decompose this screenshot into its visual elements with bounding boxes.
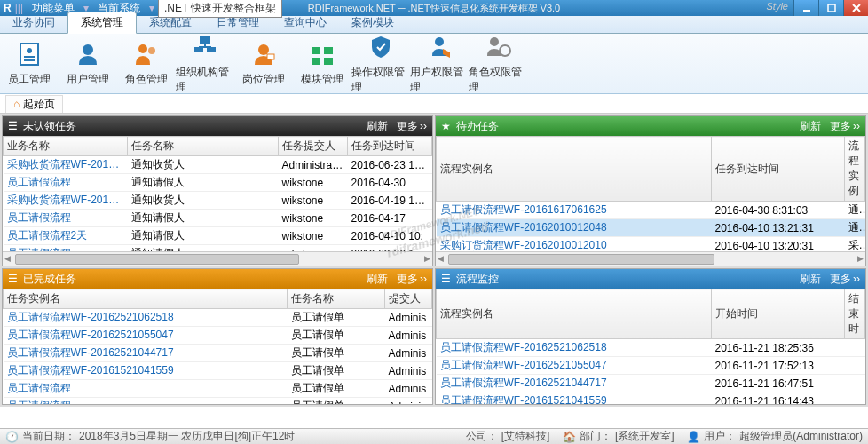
column-header[interactable]: 任务名称 (288, 289, 385, 309)
svg-rect-19 (324, 47, 333, 54)
table-row[interactable]: 采购订货流程WF-201620100120102016-04-10 13:20:… (437, 237, 865, 252)
ribbon-icon (425, 33, 454, 61)
table-cell: Adminis (385, 362, 432, 380)
table-cell: wikstone (279, 245, 348, 252)
ribbon-label: 角色权限管理 (469, 65, 527, 95)
svg-rect-1 (828, 4, 835, 12)
svg-rect-18 (312, 47, 320, 54)
table-row[interactable]: 员工请假流程员工请假单Adminis (4, 398, 432, 405)
user-icon: 👤 (687, 431, 700, 443)
ribbon-角色管理[interactable]: 角色管理 (117, 34, 176, 93)
table-cell: 通知请假人 (845, 219, 865, 237)
column-header[interactable]: 任务到达时间 (712, 137, 845, 202)
table-row[interactable]: 员工请假流程WF-20162521044717员工请假单Adminis (4, 345, 432, 362)
refresh-link[interactable]: 刷新 (800, 119, 821, 134)
horizontal-scrollbar[interactable] (436, 251, 865, 266)
column-header[interactable]: 开始时间 (712, 289, 845, 339)
table-cell: 通知请假人 (128, 210, 279, 227)
panel-completed-tasks: ☰已完成任务 刷新更多›› 任务实例名任务名称提交人员工请假流程WF-20162… (2, 268, 433, 405)
table-row[interactable]: 员工请假流程WF-201620100120482016-04-10 13:21:… (437, 219, 865, 237)
chevron-right-icon: ›› (853, 120, 860, 132)
date-value: 2018年3月5日星期一 农历戊申日[狗]正午12时 (79, 429, 295, 444)
column-header[interactable]: 任务名称 (128, 137, 279, 156)
column-header[interactable]: 流程实例名 (437, 137, 712, 202)
table-row[interactable]: 采购收货流程WF-20161910…通知收货人wikstone2016-04-1… (4, 192, 432, 210)
list-icon: ☰ (8, 120, 18, 132)
ribbon-用户管理[interactable]: 用户管理 (59, 34, 117, 93)
tab-start-page[interactable]: ⌂ 起始页 (5, 95, 63, 113)
table-row[interactable]: 员工请假流程WF-201615210415592016-11-21 16:14:… (437, 392, 865, 405)
ribbon-icon (308, 40, 336, 68)
svg-point-10 (148, 47, 155, 54)
ribbon-操作权限管理[interactable]: 操作权限管理 (351, 34, 410, 93)
table-cell: wikstone (279, 174, 348, 192)
column-header[interactable]: 任务提交人 (279, 137, 348, 156)
list-icon: ☰ (8, 273, 18, 285)
table-row[interactable]: 员工请假流程员工请假单Adminis (4, 380, 432, 398)
ribbon-角色权限管理[interactable]: 角色权限管理 (469, 34, 527, 93)
ribbon-icon (74, 40, 102, 68)
column-header[interactable]: 流程实例名 (437, 289, 712, 339)
table-row[interactable]: 采购收货流程WF-20162010…通知收货人Administra…2016-0… (4, 156, 432, 174)
table-cell: 员工请假流程WF-20162010012048 (437, 219, 712, 237)
table-cell: 2016-11-21 18:25:36 (712, 339, 845, 357)
ribbon-icon (249, 40, 278, 68)
table-cell: 员工请假单 (288, 398, 385, 405)
ribbon-模块管理[interactable]: 模块管理 (293, 34, 351, 93)
table-cell: 员工请假单 (288, 327, 385, 345)
table-row[interactable]: 员工请假流程通知请假人wikstone2016-04-30 (4, 174, 432, 192)
more-link[interactable]: 更多›› (830, 119, 860, 134)
system-select[interactable]: .NET 快速开发整合框架 (158, 0, 282, 18)
svg-rect-4 (20, 44, 38, 65)
company-label: 公司： (466, 429, 498, 444)
svg-rect-7 (24, 59, 35, 61)
table-row[interactable]: 员工请假流程WF-201625210447172016-11-21 16:47:… (437, 375, 865, 392)
close-button[interactable] (843, 0, 868, 16)
refresh-link[interactable]: 刷新 (367, 272, 388, 287)
table-row[interactable]: 员工请假流程通知请假人wikstone2016-04-17 (4, 210, 432, 227)
table-row[interactable]: 员工请假流程2天通知请假人wikstone2016-04-10 10: (4, 227, 432, 245)
chevron-right-icon: ›› (420, 273, 427, 285)
ribbon-label: 用户管理 (67, 72, 109, 87)
svg-rect-6 (24, 56, 35, 58)
ribbon-员工管理[interactable]: 员工管理 (0, 34, 59, 93)
column-header[interactable]: 流程实例 (845, 137, 865, 202)
ribbon-组织机构管理[interactable]: 组织机构管理 (176, 34, 234, 93)
table-cell: 采购订货流程WF-20162010012010 (437, 237, 712, 252)
ribbon-岗位管理[interactable]: 岗位管理 (234, 34, 293, 93)
maximize-button[interactable] (818, 0, 843, 16)
table-cell: 2016-04-10 10: (348, 227, 432, 245)
horizontal-scrollbar[interactable] (3, 251, 432, 266)
panel-process-monitor: ☰流程监控 刷新更多›› 流程实例名开始时间结束时员工请假流程WF-201625… (435, 268, 866, 405)
column-header[interactable]: 业务名称 (4, 137, 128, 156)
home-icon: ⌂ (13, 98, 20, 110)
more-link[interactable]: 更多›› (397, 272, 427, 287)
column-header[interactable]: 任务实例名 (4, 289, 288, 309)
table-row[interactable]: 员工请假流程WF-201616170616252016-04-30 8:31:0… (437, 202, 865, 219)
more-link[interactable]: 更多›› (830, 272, 860, 287)
refresh-link[interactable]: 刷新 (367, 119, 388, 134)
main-tab[interactable]: 系统管理 (67, 12, 137, 34)
ribbon-icon (132, 40, 161, 68)
table-cell: 员工请假流程WF-20161617061625 (437, 202, 712, 219)
style-button[interactable]: Style (767, 1, 788, 12)
more-link[interactable]: 更多›› (397, 119, 427, 134)
table-row[interactable]: 员工请假流程WF-201625210625182016-11-21 18:25:… (437, 339, 865, 357)
table-row[interactable]: 员工请假流程WF-201625210550472016-11-21 17:52:… (437, 357, 865, 375)
refresh-link[interactable]: 刷新 (800, 272, 821, 287)
ribbon-icon (484, 33, 512, 61)
table-cell: 员工请假流程WF-20162521044717 (437, 375, 712, 392)
column-header[interactable]: 任务到达时间 (348, 137, 432, 156)
minimize-button[interactable] (793, 0, 818, 16)
table-cell: 通知收货人 (128, 156, 279, 174)
column-header[interactable]: 提交人 (385, 289, 432, 309)
table-row[interactable]: 员工请假流程通知请假人wikstone2016-03-26 11:38: (4, 245, 432, 252)
table-row[interactable]: 员工请假流程WF-20162521055047员工请假单Adminis (4, 327, 432, 345)
table-row[interactable]: 员工请假流程WF-20161521041559员工请假单Adminis (4, 362, 432, 380)
table-cell: 员工请假流程2天 (4, 227, 128, 245)
table-cell: Adminis (385, 345, 432, 362)
table-row[interactable]: 员工请假流程WF-20162521062518员工请假单Adminis (4, 309, 432, 327)
column-header[interactable]: 结束时 (845, 289, 865, 339)
panel-title: 流程监控 (456, 272, 499, 287)
ribbon-用户权限管理[interactable]: 用户权限管理 (410, 34, 469, 93)
